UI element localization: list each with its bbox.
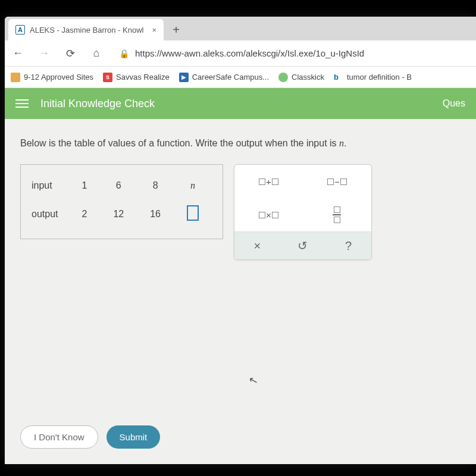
bookmark-label: tumor definition - B xyxy=(347,73,412,82)
row-label-output: output xyxy=(32,198,68,230)
back-button[interactable]: ← xyxy=(10,45,26,62)
new-tab-button[interactable]: + xyxy=(167,21,185,39)
careersafe-icon: ▶ xyxy=(179,73,189,82)
savvas-icon: S xyxy=(103,73,112,82)
bookmark-approved-sites[interactable]: 9-12 Approved Sites xyxy=(11,73,93,82)
table-cell: 2 xyxy=(68,198,100,230)
classkick-icon xyxy=(278,73,288,82)
row-label-input: input xyxy=(32,173,68,198)
table-row: output 2 12 16 xyxy=(32,198,212,230)
page-title: Initial Knowledge Check xyxy=(40,98,443,110)
question-text: Below is the table of values of a functi… xyxy=(20,138,461,149)
tool-add[interactable]: + xyxy=(234,165,303,198)
close-icon[interactable]: × xyxy=(152,26,156,35)
bookmarks-bar: 9-12 Approved Sites S Savvas Realize ▶ C… xyxy=(5,67,476,88)
bookmark-savvas[interactable]: S Savvas Realize xyxy=(103,73,170,82)
table-cell: 8 xyxy=(137,173,174,198)
tool-subtract[interactable]: − xyxy=(303,165,371,198)
bookmark-careersafe[interactable]: ▶ CareerSafe Campus... xyxy=(179,73,269,82)
tab-title: ALEKS - Jasmine Barron - Knowl xyxy=(30,26,143,35)
cursor-icon: ↖ xyxy=(247,372,259,387)
tool-undo[interactable]: ↺ xyxy=(280,232,326,259)
lock-icon: 🔒 xyxy=(119,49,129,58)
home-button[interactable]: ⌂ xyxy=(88,45,105,62)
question-indicator: Ques xyxy=(443,98,465,109)
url-box[interactable]: 🔒 https://www-awn.aleks.com/alekscgi/x/I… xyxy=(114,48,471,58)
table-cell: 16 xyxy=(137,198,174,230)
folder-icon xyxy=(11,73,20,82)
bookmark-classkick[interactable]: Classkick xyxy=(278,73,324,82)
idk-button[interactable]: I Don't Know xyxy=(20,425,98,449)
bookmark-label: Savvas Realize xyxy=(116,73,170,82)
aleks-topbar: Initial Knowledge Check Ques xyxy=(5,88,476,119)
table-cell: 6 xyxy=(100,173,137,198)
math-toolbox: + − × × xyxy=(234,164,372,260)
page-content: Initial Knowledge Check Ques Below is th… xyxy=(5,88,476,464)
browser-tab[interactable]: A ALEKS - Jasmine Barron - Knowl × xyxy=(8,19,164,40)
table-cell: 12 xyxy=(100,198,137,230)
tool-help[interactable]: ? xyxy=(325,232,371,259)
answer-input[interactable] xyxy=(187,205,199,221)
tool-multiply[interactable]: × xyxy=(234,198,303,231)
refresh-button[interactable]: ⟳ xyxy=(62,45,79,62)
address-bar: ← → ⟳ ⌂ 🔒 https://www-awn.aleks.com/alek… xyxy=(5,40,476,67)
url-text: https://www-awn.aleks.com/alekscgi/x/Isl… xyxy=(135,48,364,58)
bookmark-label: Classkick xyxy=(292,73,324,82)
bookmark-label: CareerSafe Campus... xyxy=(192,73,269,82)
answer-cell[interactable] xyxy=(174,198,212,230)
menu-icon[interactable] xyxy=(15,99,29,108)
forward-button[interactable]: → xyxy=(36,45,52,62)
tool-clear[interactable]: × xyxy=(234,232,280,259)
table-cell: 1 xyxy=(68,173,100,198)
bing-icon: b xyxy=(334,73,343,82)
submit-button[interactable]: Submit xyxy=(107,425,161,449)
tab-favicon: A xyxy=(15,25,25,35)
table-row: input 1 6 8 n xyxy=(32,173,212,198)
bookmark-label: 9-12 Approved Sites xyxy=(24,73,93,82)
tool-fraction[interactable] xyxy=(303,198,371,231)
bookmark-tumor[interactable]: b tumor definition - B xyxy=(334,73,412,82)
table-cell: n xyxy=(174,173,212,198)
browser-tab-strip: A ALEKS - Jasmine Barron - Knowl × + xyxy=(5,17,476,40)
function-table: input 1 6 8 n output 2 12 16 xyxy=(20,164,223,239)
